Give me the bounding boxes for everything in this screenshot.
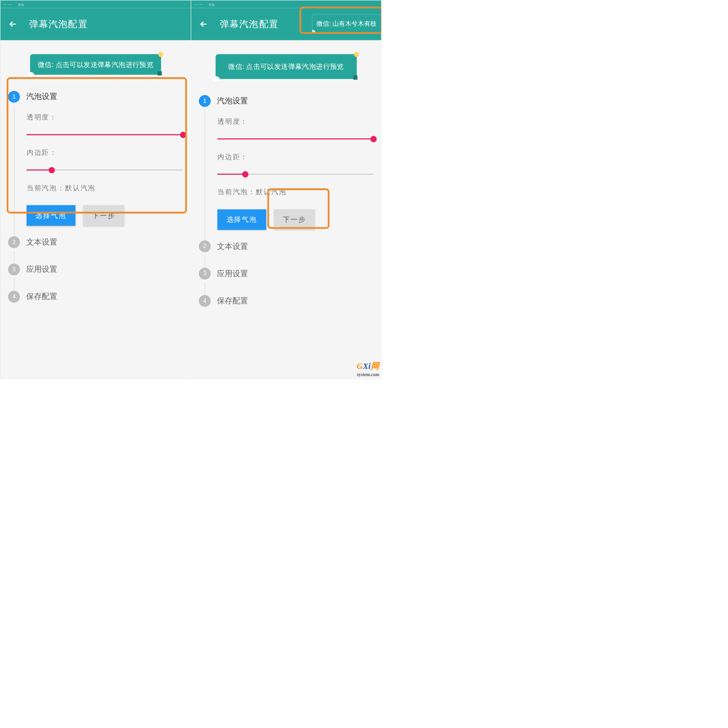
button-row: 选择气泡 下一步	[217, 209, 374, 230]
next-step-button[interactable]: 下一步	[274, 209, 315, 230]
status-dots: ⋯ ⋯	[194, 2, 203, 6]
step-bullet: 4	[8, 291, 20, 302]
watermark-g: G	[357, 362, 363, 371]
current-bubble-label: 当前汽泡：	[27, 184, 65, 192]
content-area: 微信: 点击可以发送弹幕汽泡进行预览 1 汽泡设置 透明度： 内边距：	[191, 40, 381, 319]
step-end	[14, 305, 183, 307]
slider-fill	[217, 174, 246, 175]
current-bubble-value: 默认汽泡	[256, 188, 286, 196]
preview-bubble[interactable]: 微信: 点击可以发送弹幕汽泡进行预览	[30, 54, 161, 75]
step-bullet: 1	[8, 91, 20, 102]
step-title: 汽泡设置	[26, 91, 57, 102]
status-bar: ⋯ ⋯ K/s	[191, 0, 381, 8]
slider-thumb[interactable]	[242, 171, 248, 178]
status-speed: K/s	[18, 2, 23, 6]
back-button[interactable]	[197, 17, 211, 31]
step-title: 文本设置	[217, 240, 248, 252]
step-bullet: 1	[199, 95, 211, 107]
slider-thumb[interactable]	[180, 132, 186, 138]
step-title: 文本设置	[26, 236, 57, 248]
step-2-header[interactable]: 2 文本设置	[8, 236, 183, 248]
status-dots: ⋯ ⋯	[3, 2, 12, 6]
step-connector	[205, 255, 374, 268]
watermark-xi: Xi	[363, 362, 371, 371]
select-bubble-button[interactable]: 选择气泡	[217, 209, 266, 230]
bubble-decoration-icon	[354, 52, 359, 57]
step-bullet: 4	[199, 295, 211, 307]
phone-right: ⋯ ⋯ K/s 弹幕汽泡配置 微信: 山有木兮木有枝 微信: 点击可以发送弹幕汽…	[191, 0, 381, 380]
step-1-body: 透明度： 内边距： 当前汽泡：默认汽泡 选择气泡 下一步	[205, 110, 374, 240]
bubble-decoration-icon	[312, 30, 315, 33]
watermark-wang: 网	[371, 362, 379, 371]
bubble-decoration-icon	[212, 76, 220, 82]
padding-slider[interactable]	[217, 172, 374, 177]
next-step-button[interactable]: 下一步	[83, 205, 124, 226]
status-speed: K/s	[209, 2, 215, 6]
preview-bubble[interactable]: 微信: 点击可以发送弹幕汽泡进行预览	[216, 54, 357, 79]
page-title: 弹幕汽泡配置	[220, 18, 279, 30]
app-bar: 弹幕汽泡配置	[0, 8, 191, 40]
step-end	[205, 310, 374, 311]
status-bar: ⋯ ⋯ K/s	[0, 0, 191, 8]
step-3-header[interactable]: 3 应用设置	[199, 268, 374, 280]
opacity-slider[interactable]	[217, 137, 374, 142]
step-connector	[14, 278, 183, 291]
step-3-header[interactable]: 3 应用设置	[8, 264, 183, 275]
opacity-label: 透明度：	[27, 113, 183, 122]
step-title: 汽泡设置	[217, 95, 248, 107]
padding-label: 内边距：	[217, 152, 374, 161]
page-title: 弹幕汽泡配置	[29, 18, 88, 30]
step-title: 保存配置	[26, 291, 57, 302]
current-bubble-label: 当前汽泡：	[217, 188, 256, 196]
bubble-decoration-icon	[158, 71, 162, 76]
slider-thumb[interactable]	[49, 167, 55, 173]
button-row: 选择气泡 下一步	[27, 205, 183, 226]
preview-bubble-text: 微信: 点击可以发送弹幕汽泡进行预览	[38, 61, 153, 68]
bubble-decoration-icon	[353, 76, 358, 80]
step-bullet: 3	[199, 268, 211, 280]
step-bullet: 2	[199, 240, 211, 252]
slider-fill	[27, 134, 183, 135]
slider-thumb[interactable]	[370, 136, 377, 142]
preview-bubble-text: 微信: 点击可以发送弹幕汽泡进行预览	[228, 63, 344, 70]
current-bubble-row: 当前汽泡：默认汽泡	[217, 187, 374, 197]
phone-left: ⋯ ⋯ K/s 弹幕汽泡配置 微信: 点击可以发送弹幕汽泡进行预览 1 汽泡设置…	[0, 0, 191, 380]
bubble-decoration-icon	[158, 52, 163, 57]
stepper: 1 汽泡设置 透明度： 内边距： 当前汽泡：默认汽泡	[199, 95, 374, 311]
slider-fill	[217, 138, 374, 139]
padding-slider[interactable]	[27, 168, 183, 173]
step-4-header[interactable]: 4 保存配置	[8, 291, 183, 302]
current-bubble-value: 默认汽泡	[65, 184, 96, 192]
step-4-header[interactable]: 4 保存配置	[199, 295, 374, 307]
watermark-domain: system.com	[357, 372, 379, 378]
back-button[interactable]	[6, 17, 20, 31]
step-1-header[interactable]: 1 汽泡设置	[199, 95, 374, 107]
step-connector	[205, 282, 374, 295]
select-bubble-button[interactable]: 选择气泡	[27, 205, 76, 226]
danmaku-preview-text: 微信: 山有木兮木有枝	[316, 20, 377, 27]
step-bullet: 2	[8, 236, 20, 248]
stepper: 1 汽泡设置 透明度： 内边距： 当前汽泡：默认汽泡	[8, 91, 183, 307]
current-bubble-row: 当前汽泡：默认汽泡	[27, 183, 183, 192]
step-bullet: 3	[8, 264, 20, 275]
step-2-header[interactable]: 2 文本设置	[199, 240, 374, 252]
step-connector	[14, 251, 183, 264]
step-title: 保存配置	[217, 295, 248, 307]
opacity-label: 透明度：	[217, 116, 374, 126]
step-1-body: 透明度： 内边距： 当前汽泡：默认汽泡 选择气泡 下一步	[14, 105, 183, 236]
app-bar: 弹幕汽泡配置 微信: 山有木兮木有枝	[191, 8, 381, 40]
step-title: 应用设置	[26, 264, 57, 275]
padding-label: 内边距：	[27, 148, 183, 157]
bubble-decoration-icon	[27, 72, 34, 78]
content-area: 微信: 点击可以发送弹幕汽泡进行预览 1 汽泡设置 透明度： 内边距：	[0, 40, 191, 314]
watermark: GXi网 system.com	[357, 361, 379, 378]
slider-fill	[27, 169, 52, 170]
opacity-slider[interactable]	[27, 132, 183, 137]
danmaku-preview-overlay[interactable]: 微信: 山有木兮木有枝	[312, 15, 381, 33]
step-1-header[interactable]: 1 汽泡设置	[8, 91, 183, 102]
step-title: 应用设置	[217, 268, 248, 280]
